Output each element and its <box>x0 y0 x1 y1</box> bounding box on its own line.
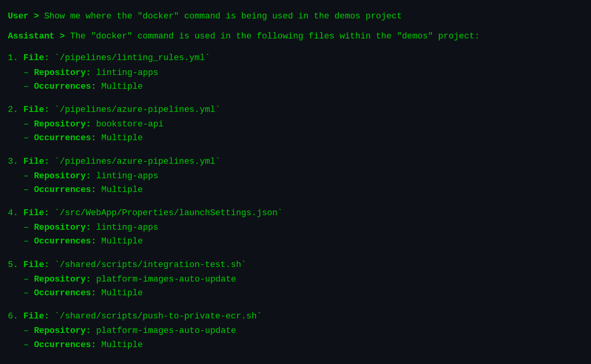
item-repo: – Repository: platform-images-auto-updat… <box>8 273 583 286</box>
occ-label: Occurrences: <box>34 236 96 246</box>
repo-value: bookstore-api <box>96 119 164 129</box>
item-repo: – Repository: linting-apps <box>8 66 583 80</box>
occ-value: Multiple <box>101 288 143 298</box>
item-repo: – Repository: linting-apps <box>8 221 583 234</box>
item-number: 5. <box>8 260 24 270</box>
result-item-6: 6. File: `/shared/scripts/push-to-privat… <box>8 309 583 352</box>
item-header: 3. File: `/pipelines/azure-pipelines.yml… <box>8 155 583 168</box>
repo-label: Repository: <box>34 68 91 78</box>
user-message-text: Show me where the "docker" command is be… <box>44 11 402 21</box>
file-label: File: <box>24 157 49 166</box>
repo-label: Repository: <box>34 223 91 232</box>
item-number: 1. <box>8 53 24 63</box>
occ-value: Multiple <box>101 185 143 195</box>
occ-label: Occurrences: <box>34 288 96 298</box>
file-label: File: <box>24 105 49 115</box>
item-occurrences: – Occurrences: Multiple <box>8 183 583 197</box>
item-occurrences: – Occurrences: Multiple <box>8 286 583 300</box>
occ-label: Occurrences: <box>34 133 96 143</box>
file-label: File: <box>24 208 49 218</box>
user-prefix: User > <box>8 11 44 21</box>
item-occurrences: – Occurrences: Multiple <box>8 338 583 352</box>
result-item-5: 5. File: `/shared/scripts/integration-te… <box>8 258 583 300</box>
occ-label: Occurrences: <box>34 185 96 195</box>
file-label: File: <box>24 260 49 270</box>
item-number: 4. <box>8 208 24 218</box>
file-label: File: <box>24 53 49 63</box>
file-value: `/shared/scripts/integration-test.sh` <box>55 260 246 270</box>
item-occurrences: – Occurrences: Multiple <box>8 80 583 93</box>
assistant-prefix: Assistant > <box>8 31 70 41</box>
item-occurrences: – Occurrences: Multiple <box>8 234 583 248</box>
results-list: 1. File: `/pipelines/linting_rules.yml` … <box>8 51 583 351</box>
item-number: 6. <box>8 311 24 321</box>
occ-value: Multiple <box>101 340 143 350</box>
occ-value: Multiple <box>101 133 143 143</box>
item-header: 4. File: `/src/WebApp/Properties/launchS… <box>8 206 583 220</box>
occ-label: Occurrences: <box>34 340 96 350</box>
result-item-3: 3. File: `/pipelines/azure-pipelines.yml… <box>8 155 583 197</box>
file-value: `/pipelines/linting_rules.yml` <box>55 53 210 63</box>
repo-value: platform-images-auto-update <box>96 274 236 284</box>
item-header: 6. File: `/shared/scripts/push-to-privat… <box>8 309 583 323</box>
result-item-4: 4. File: `/src/WebApp/Properties/launchS… <box>8 206 583 249</box>
item-repo: – Repository: linting-apps <box>8 169 583 183</box>
file-label: File: <box>24 311 49 321</box>
repo-value: linting-apps <box>96 68 158 78</box>
item-repo: – Repository: bookstore-api <box>8 117 583 131</box>
item-header: 2. File: `/pipelines/azure-pipelines.yml… <box>8 103 583 117</box>
file-value: `/pipelines/azure-pipelines.yml` <box>55 157 220 166</box>
repo-value: linting-apps <box>96 171 158 181</box>
repo-label: Repository: <box>34 171 91 181</box>
assistant-message-line: Assistant > The "docker" command is used… <box>8 29 583 43</box>
occ-label: Occurrences: <box>34 82 96 91</box>
result-item-1: 1. File: `/pipelines/linting_rules.yml` … <box>8 51 583 93</box>
item-number: 2. <box>8 105 24 115</box>
user-message-line: User > Show me where the "docker" comman… <box>8 9 583 23</box>
file-value: `/shared/scripts/push-to-private-ecr.sh` <box>55 311 262 321</box>
item-header: 1. File: `/pipelines/linting_rules.yml` <box>8 51 583 65</box>
repo-label: Repository: <box>34 326 91 336</box>
item-number: 3. <box>8 157 24 166</box>
file-value: `/pipelines/azure-pipelines.yml` <box>55 105 220 115</box>
assistant-message-text: The "docker" command is used in the foll… <box>70 31 479 41</box>
repo-value: platform-images-auto-update <box>96 326 236 336</box>
repo-label: Repository: <box>34 274 91 284</box>
item-occurrences: – Occurrences: Multiple <box>8 131 583 145</box>
occ-value: Multiple <box>101 82 143 91</box>
file-value: `/src/WebApp/Properties/launchSettings.j… <box>55 208 283 218</box>
occ-value: Multiple <box>101 236 143 246</box>
repo-label: Repository: <box>34 119 91 129</box>
repo-value: linting-apps <box>96 223 158 232</box>
item-repo: – Repository: platform-images-auto-updat… <box>8 324 583 338</box>
result-item-2: 2. File: `/pipelines/azure-pipelines.yml… <box>8 103 583 145</box>
item-header: 5. File: `/shared/scripts/integration-te… <box>8 258 583 272</box>
